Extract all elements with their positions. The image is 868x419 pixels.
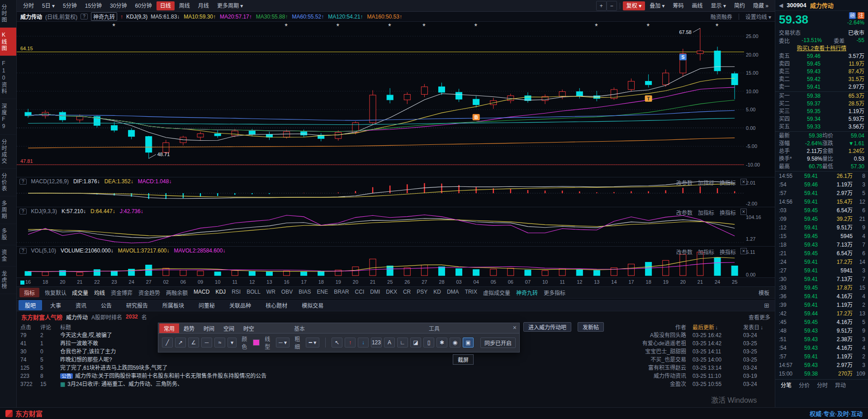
close-panel-icon[interactable]: × xyxy=(740,209,747,215)
indicator-item-7[interactable]: RSI xyxy=(232,289,241,296)
indicator-item-19[interactable]: KD xyxy=(433,289,441,296)
period-button-9[interactable]: 更多周期 ▾ xyxy=(213,1,247,10)
period-button-4[interactable]: 30分钟 xyxy=(106,1,130,10)
draw-tab-4[interactable]: 时空 xyxy=(239,324,259,333)
switch-indicator-button[interactable]: 换指标 xyxy=(720,209,736,216)
cursor-tool[interactable]: ↖ xyxy=(332,338,342,348)
draw-tab-2[interactable]: 时间 xyxy=(199,324,219,333)
indicator-item-20[interactable]: DMA xyxy=(447,289,459,296)
period-button-6[interactable]: 日线 xyxy=(157,1,175,10)
indicator-item-22[interactable]: 虚拟成交量 xyxy=(483,289,510,296)
sidebar-item-1[interactable]: K线图 xyxy=(0,28,16,56)
forum-author[interactable]: 金盈次 xyxy=(620,380,693,388)
forum-author[interactable]: 宝宝巴士_甜甜圈 xyxy=(620,348,693,356)
indicator-item-10[interactable]: OBV xyxy=(281,289,293,296)
chart-action-button-1[interactable]: 叠加 ▾ xyxy=(646,1,668,10)
indicator-item-21[interactable]: TRIX xyxy=(465,289,477,296)
forum-author[interactable]: 有爱心de逍遥老祖 xyxy=(620,339,693,348)
indicator-item-13[interactable]: BRAR xyxy=(334,289,349,296)
close-panel-icon[interactable]: × xyxy=(740,248,747,254)
clear-all-tool[interactable]: ▯ xyxy=(423,338,434,348)
indicator-item-15[interactable]: DMI xyxy=(370,289,380,296)
sidebar-item-7[interactable]: 多股 xyxy=(0,224,16,245)
add-indicator-button[interactable]: 加指标 xyxy=(698,209,714,216)
line-style-dropdown[interactable]: ─ ▾ xyxy=(276,338,289,348)
help-icon[interactable]: ? xyxy=(19,248,27,254)
content-tab-6[interactable]: 问董秘 xyxy=(192,300,221,310)
indicator-item-5[interactable]: MACD xyxy=(194,289,209,296)
kdj-panel[interactable]: ? KDJ(9,3,3) K:57.210↓ D:64.447↓ J:42.73… xyxy=(17,207,775,247)
close-icon[interactable]: × xyxy=(513,324,517,331)
forum-author[interactable]: 富有积玉得赵云 xyxy=(620,364,693,372)
indicator-item-17[interactable]: CR xyxy=(403,289,411,296)
indicator-item-8[interactable]: BOLL xyxy=(247,289,261,296)
add-indicator-button[interactable]: 加指标 xyxy=(698,248,714,256)
chart-action-button-5[interactable]: 简约 xyxy=(730,1,749,10)
more-lines-dropdown[interactable]: ▾ xyxy=(228,338,237,348)
indicator-item-14[interactable]: CCI xyxy=(355,289,365,296)
indicator-item-23[interactable]: 神奇九转 xyxy=(516,289,538,296)
l2-purchase-link[interactable]: 购买L2查看十档行情 xyxy=(775,44,868,52)
forum-row[interactable]: 745昨晚幻想的那些人呢?不买_也是交易03-25 14:0003-25 xyxy=(20,356,771,364)
macd-panel[interactable]: ? MACD(12,26,9) DIF:1.876↓ DEA:1.352↓ MA… xyxy=(17,177,775,207)
sidebar-item-9[interactable]: 龙虎榜 xyxy=(0,267,16,294)
close-panel-icon[interactable]: × xyxy=(740,179,747,185)
forum-author[interactable]: A股没有回头路 xyxy=(620,331,693,339)
period-button-1[interactable]: 5日 ▾ xyxy=(38,1,58,10)
zoom-out-button[interactable]: − xyxy=(607,1,617,11)
chart-action-button-3[interactable]: 画线 xyxy=(688,1,707,10)
forum-post-title[interactable]: 昨晚幻想的那些人呢? xyxy=(60,356,620,364)
period-button-2[interactable]: 5分钟 xyxy=(59,1,81,10)
sync-toggle[interactable]: 同步已开启 xyxy=(480,338,516,348)
content-tab-5[interactable]: 所属板块 xyxy=(156,300,190,310)
content-tab-7[interactable]: 关联品种 xyxy=(223,300,257,310)
eraser-tool[interactable]: ◪ xyxy=(410,338,421,348)
period-button-8[interactable]: 月线 xyxy=(194,1,213,10)
draw-tab-3[interactable]: 空间 xyxy=(219,324,239,333)
line-weight-dropdown[interactable]: ━ ▾ xyxy=(306,338,319,348)
indicator-item-1[interactable]: 均线 xyxy=(94,289,105,296)
period-button-0[interactable]: 分时 xyxy=(19,1,38,10)
sidebar-item-8[interactable]: 资金 xyxy=(0,245,16,267)
period-button-7[interactable]: 周线 xyxy=(175,1,194,10)
visibility-tool[interactable]: ◉ xyxy=(450,338,460,348)
indicator-item-18[interactable]: PSY xyxy=(417,289,427,296)
margin-trading-link[interactable]: 融资融券 xyxy=(711,13,732,20)
content-tab-4[interactable]: 研究报告 xyxy=(120,300,154,310)
indicator-item-3[interactable]: 资金趋势 xyxy=(138,289,160,296)
kdj-params[interactable]: KDJ(9,3,3) xyxy=(31,208,57,214)
change-params-button[interactable]: 改参数 xyxy=(676,248,693,256)
forum-post-title[interactable]: ▦3月24日收评: 通裕重工、威力传动、三角防务、 xyxy=(60,380,620,388)
number-mark-tool[interactable]: 123 xyxy=(371,338,382,348)
draw-tab-1[interactable]: 趋势 xyxy=(179,324,199,333)
collapse-panel-icon[interactable]: ◀ xyxy=(779,2,783,9)
chart-action-button-6[interactable]: 隐藏 » xyxy=(749,1,772,10)
indicator-item-12[interactable]: ENE xyxy=(317,289,328,296)
forum-row[interactable]: 2238公告威力传动:关于回购股份事项前十名股东和前十名无限售条件股东持股情况的… xyxy=(20,372,771,380)
switch-indicator-button[interactable]: 换指标 xyxy=(720,248,736,256)
date-range-marker[interactable] xyxy=(20,281,24,285)
indicator-item-11[interactable]: BIAS xyxy=(299,289,311,296)
content-tab-2[interactable]: 资讯 xyxy=(69,300,93,310)
vol-params[interactable]: VOL(5,10) xyxy=(31,248,56,254)
indicator-item-24[interactable]: 更多指标 xyxy=(544,289,565,296)
ray-line-tool[interactable]: ↗ xyxy=(175,338,186,348)
indicator-item-6[interactable]: KDJ xyxy=(215,289,226,296)
ma-settings-button[interactable]: 设置均线 ▾ xyxy=(745,13,771,20)
angle-tool[interactable]: ∠ xyxy=(188,338,199,348)
content-tab-9[interactable]: 模拟交易 xyxy=(295,300,330,310)
mark-down-tool[interactable]: ↓ xyxy=(358,338,369,348)
candlestick-panel[interactable]: 25.0020.0015.0010.005.000.00-5.00-10.006… xyxy=(17,22,775,177)
sort-posted-button[interactable]: 发表日↓ xyxy=(743,323,771,331)
wave-line-tool[interactable]: ≈ xyxy=(214,338,225,348)
sidebar-item-5[interactable]: 分价表 xyxy=(0,169,16,196)
indicator-item-0[interactable]: 成交量 xyxy=(72,289,88,296)
quote-tab-2[interactable]: 分时 xyxy=(817,381,828,389)
help-icon[interactable]: ? xyxy=(19,209,27,214)
help-icon[interactable]: ? xyxy=(19,179,27,185)
period-button-5[interactable]: 60分钟 xyxy=(131,1,155,10)
screenshot-tool[interactable]: ▣ xyxy=(463,338,474,348)
sidebar-item-2[interactable]: F10资料 xyxy=(0,56,16,99)
forum-author[interactable]: 威力传动资讯 xyxy=(620,372,693,380)
switch-indicator-button[interactable]: 换指标 xyxy=(720,179,736,186)
